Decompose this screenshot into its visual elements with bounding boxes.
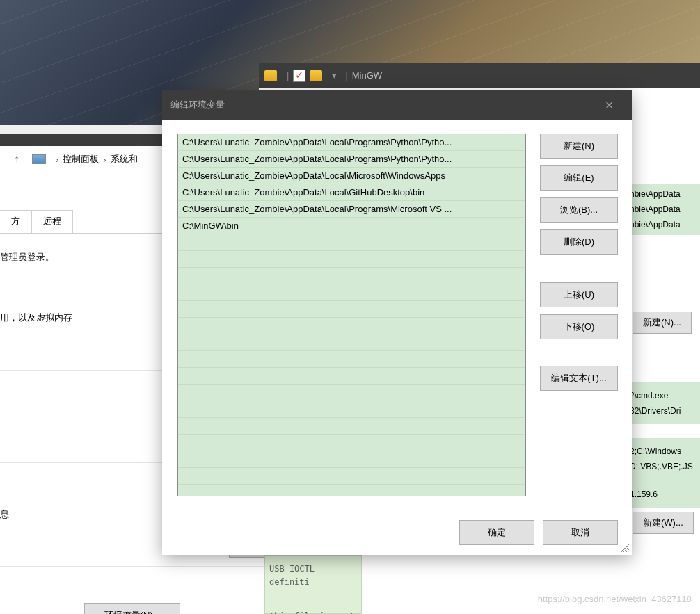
- background-text: 2\cmd.exe 32\Drivers\Dri: [627, 382, 700, 424]
- path-item-blank[interactable]: [178, 334, 525, 351]
- path-item-blank[interactable]: [178, 418, 525, 435]
- editor-preview: USB IOCTL definiti This file is part: [264, 555, 362, 614]
- envvar-background-panel: nbie\AppData nbie\AppData nbie\AppData 新…: [627, 167, 700, 614]
- new-button[interactable]: 新建(N): [540, 134, 618, 159]
- path-item-blank[interactable]: [178, 234, 525, 251]
- path-listbox[interactable]: C:\Users\Lunatic_Zombie\AppData\Local\Pr…: [177, 134, 526, 496]
- list-item: nbie\AppData: [627, 202, 700, 217]
- folder-icon: [264, 70, 277, 81]
- path-item-blank[interactable]: [178, 451, 525, 468]
- list-item: nbie\AppData: [627, 217, 700, 232]
- new-n-button[interactable]: 新建(N)...: [633, 312, 692, 334]
- path-item-blank[interactable]: [178, 301, 525, 318]
- path-item-blank[interactable]: [178, 251, 525, 268]
- browse-button[interactable]: 浏览(B)...: [540, 197, 618, 223]
- text-line: 2;C:\Windows: [630, 444, 697, 459]
- list-item: nbie\AppData: [627, 186, 700, 202]
- explorer-title: MinGW: [352, 70, 382, 81]
- dialog-title: 编辑环境变量: [170, 99, 594, 111]
- edit-button[interactable]: 编辑(E): [540, 165, 618, 191]
- path-item-blank[interactable]: [178, 351, 525, 368]
- text-line: D;.VBS;.VBE;.JS: [630, 459, 697, 474]
- code-line: This file is part: [269, 610, 357, 614]
- path-item-blank[interactable]: [178, 268, 525, 284]
- tab-partial[interactable]: 方: [0, 210, 32, 233]
- background-list: nbie\AppData nbie\AppData nbie\AppData: [627, 184, 700, 235]
- watermark: https://blog.csdn.net/weixin_43627118: [538, 594, 692, 604]
- path-item[interactable]: C:\Users\Lunatic_Zombie\AppData\Local\Pr…: [178, 134, 525, 151]
- path-item-blank[interactable]: [178, 468, 525, 485]
- path-item[interactable]: C:\Users\Lunatic_Zombie\AppData\Local\Pr…: [178, 201, 525, 218]
- dialog-side-buttons: 新建(N) 编辑(E) 浏览(B)... 删除(D) 上移(U) 下移(O) 编…: [540, 134, 618, 496]
- chevron-right-icon: ›: [56, 154, 58, 165]
- new-w-button[interactable]: 新建(W)...: [633, 512, 694, 534]
- path-item-blank[interactable]: [178, 368, 525, 385]
- breadcrumb-item[interactable]: 控制面板: [63, 153, 99, 165]
- resize-grip-icon[interactable]: [621, 544, 629, 552]
- text-line: 2\cmd.exe: [630, 388, 697, 403]
- explorer-titlebar[interactable]: | ▾ | MinGW: [259, 63, 700, 88]
- path-item-blank[interactable]: [178, 318, 525, 334]
- move-down-button[interactable]: 下移(O): [540, 314, 618, 339]
- delete-button[interactable]: 删除(D): [540, 229, 618, 255]
- path-item-blank[interactable]: [178, 385, 525, 401]
- edit-environment-variable-dialog: 编辑环境变量 ✕ C:\Users\Lunatic_Zombie\AppData…: [162, 90, 632, 555]
- separator: |: [287, 70, 289, 81]
- dialog-footer: 确定 取消: [177, 510, 618, 545]
- ok-button[interactable]: 确定: [459, 520, 534, 545]
- path-item-blank[interactable]: [178, 401, 525, 418]
- path-item[interactable]: C:\Users\Lunatic_Zombie\AppData\Local\Mi…: [178, 168, 525, 184]
- check-icon: [293, 70, 305, 82]
- path-item[interactable]: C:\MinGW\bin: [178, 218, 525, 234]
- chevron-right-icon: ›: [103, 154, 106, 165]
- move-up-button[interactable]: 上移(U): [540, 282, 618, 307]
- breadcrumb-item[interactable]: 系统和: [111, 153, 138, 165]
- computer-icon: [32, 154, 46, 164]
- cancel-button[interactable]: 取消: [543, 520, 618, 545]
- path-item[interactable]: C:\Users\Lunatic_Zombie\AppData\Local\Pr…: [178, 151, 525, 168]
- path-item-blank[interactable]: [178, 284, 525, 301]
- dialog-titlebar[interactable]: 编辑环境变量 ✕: [162, 90, 632, 120]
- edit-text-button[interactable]: 编辑文本(T)...: [540, 366, 618, 391]
- dropdown-icon[interactable]: ▾: [332, 70, 337, 81]
- breadcrumb[interactable]: ↑ › 控制面板 › 系统和: [0, 146, 162, 172]
- path-item-blank[interactable]: [178, 435, 525, 451]
- close-icon[interactable]: ✕: [594, 99, 623, 112]
- code-line: USB IOCTL definiti: [269, 563, 357, 589]
- path-item[interactable]: C:\Users\Lunatic_Zombie\AppData\Local\Gi…: [178, 184, 525, 201]
- text-line: 32\Drivers\Dri: [630, 403, 697, 419]
- up-arrow-icon[interactable]: ↑: [14, 153, 19, 165]
- environment-variables-button[interactable]: 环境变量(N)...: [84, 603, 181, 614]
- background-text: 2;C:\Windows D;.VBS;.VBE;.JS 1.159.6: [627, 438, 700, 508]
- folder-icon: [310, 70, 322, 81]
- separator: |: [345, 70, 347, 81]
- tab-remote[interactable]: 远程: [31, 210, 73, 233]
- text-line: 1.159.6: [630, 487, 697, 502]
